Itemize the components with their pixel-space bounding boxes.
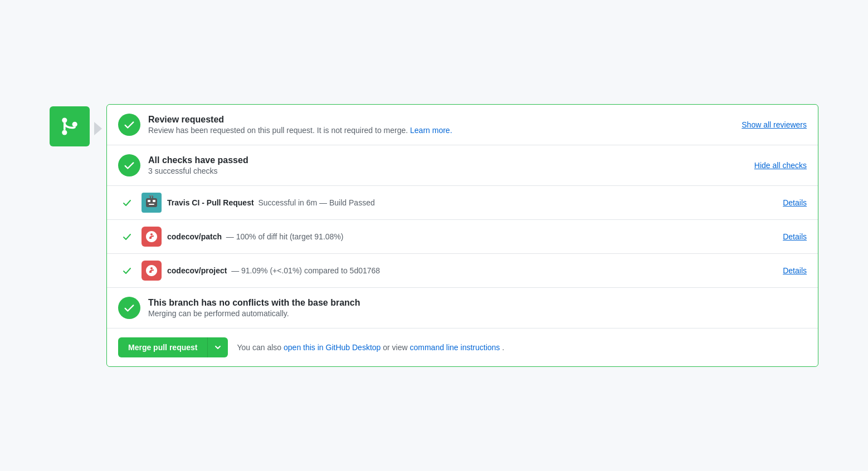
codecov-patch-row: codecov/patch — 100% of diff hit (target…: [107, 220, 818, 254]
checkmark-icon: [123, 302, 135, 314]
codecov-patch-icon: [142, 227, 162, 247]
svg-rect-7: [149, 204, 154, 205]
travis-check-label: Travis CI - Pull Request Successful in 6…: [167, 198, 772, 207]
review-title: Review requested: [148, 115, 807, 125]
conflict-content: This branch has no conflicts with the ba…: [148, 298, 807, 318]
merge-section: Merge pull request You can also open thi…: [107, 328, 818, 366]
svg-rect-5: [148, 200, 150, 202]
codecov-patch-details-link[interactable]: Details: [783, 232, 807, 241]
chevron-down-icon: [214, 344, 221, 351]
git-merge-icon: [57, 114, 82, 139]
review-subtitle: Review has been requested on this pull r…: [148, 126, 807, 135]
check-icon: [123, 266, 131, 275]
travis-check-detail: Successful in 6m — Build Passed: [256, 198, 375, 207]
codecov-project-icon: [142, 261, 162, 281]
checkmark-icon: [123, 159, 135, 171]
page-container: Review requested Review has been request…: [50, 104, 818, 367]
review-check-circle: [118, 114, 140, 136]
or-view-text: or view: [383, 343, 409, 352]
codecov-project-details-link[interactable]: Details: [783, 266, 807, 275]
merge-dropdown-button[interactable]: [208, 337, 228, 357]
codecov-patch-name: codecov/patch: [167, 232, 222, 241]
svg-rect-4: [146, 198, 157, 207]
checks-content: All checks have passed 3 successful chec…: [148, 155, 807, 175]
checks-title: All checks have passed: [148, 155, 807, 165]
svg-point-10: [149, 195, 151, 197]
hide-all-checks-link[interactable]: Hide all checks: [754, 161, 807, 170]
svg-point-11: [152, 195, 153, 197]
checks-subtitle: 3 successful checks: [148, 166, 807, 175]
review-section: Review requested Review has been request…: [107, 105, 818, 145]
codecov-patch-label: codecov/patch — 100% of diff hit (target…: [167, 232, 772, 241]
travis-icon: [142, 193, 162, 213]
review-subtitle-text: Review has been requested on this pull r…: [148, 126, 408, 135]
codecov-project-label: codecov/project — 91.09% (+<.01%) compar…: [167, 266, 772, 275]
merge-info-prefix: You can also: [237, 343, 281, 352]
svg-point-1: [62, 130, 67, 135]
merge-button-group: Merge pull request: [118, 337, 228, 357]
checks-section: All checks have passed 3 successful chec…: [107, 145, 818, 186]
review-content: Review requested Review has been request…: [148, 115, 807, 135]
travis-check-name: Travis CI - Pull Request: [167, 198, 254, 207]
checks-check-circle: [118, 154, 140, 176]
git-icon-box: [50, 106, 90, 146]
travis-details-link[interactable]: Details: [783, 198, 807, 207]
check-icon: [123, 198, 131, 207]
learn-more-link[interactable]: Learn more.: [410, 126, 452, 135]
travis-check-row: Travis CI - Pull Request Successful in 6…: [107, 186, 818, 220]
codecov-patch-detail: — 100% of diff hit (target 91.08%): [224, 232, 344, 241]
check-icon: [123, 232, 131, 241]
codecov-project-check-green: [118, 266, 136, 275]
command-line-link[interactable]: command line instructions: [409, 343, 500, 352]
main-card: Review requested Review has been request…: [106, 104, 818, 367]
conflict-check-circle: [118, 297, 140, 319]
conflict-section: This branch has no conflicts with the ba…: [107, 288, 818, 328]
codecov-patch-check-green: [118, 232, 136, 241]
codecov-project-row: codecov/project — 91.09% (+<.01%) compar…: [107, 254, 818, 288]
chevron-connector: [90, 122, 106, 135]
codecov-icon: [145, 264, 158, 277]
conflict-title: This branch has no conflicts with the ba…: [148, 298, 807, 308]
show-all-reviewers-link[interactable]: Show all reviewers: [742, 120, 807, 129]
conflict-subtitle: Merging can be performed automatically.: [148, 309, 807, 318]
trailing-period: .: [502, 343, 504, 352]
merge-pull-request-button[interactable]: Merge pull request: [118, 337, 208, 357]
codecov-project-name: codecov/project: [167, 266, 227, 275]
travis-check-green: [118, 198, 136, 207]
merge-info-text: You can also open this in GitHub Desktop…: [237, 343, 504, 352]
svg-point-2: [72, 122, 77, 127]
codecov-project-detail: — 91.09% (+<.01%) compared to 5d01768: [229, 266, 380, 275]
svg-rect-6: [153, 200, 155, 202]
codecov-icon: [145, 230, 158, 243]
checkmark-icon: [123, 119, 135, 131]
open-in-desktop-link[interactable]: open this in GitHub Desktop: [284, 343, 381, 352]
travis-robot-icon: [144, 195, 159, 210]
svg-point-0: [62, 117, 67, 122]
